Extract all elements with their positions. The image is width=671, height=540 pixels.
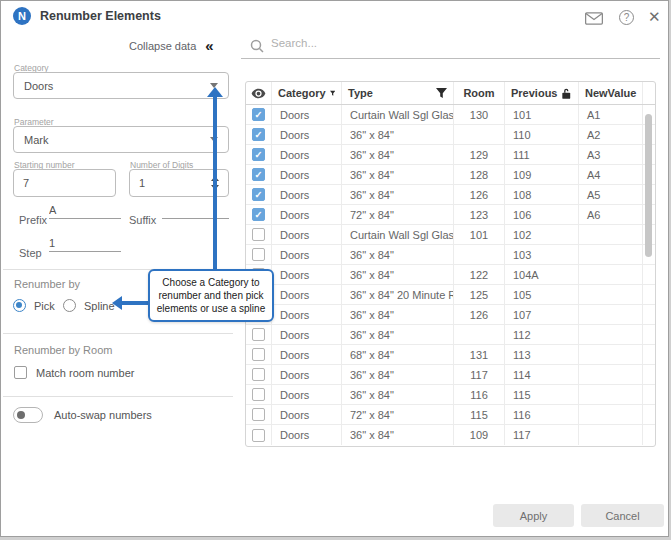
cell-type: 36" x 84" bbox=[342, 305, 454, 324]
collapse-chevron-left-icon: « bbox=[205, 40, 211, 52]
cell-room bbox=[454, 125, 505, 144]
previous-column-header[interactable]: Previous bbox=[505, 82, 579, 104]
search-input[interactable] bbox=[271, 37, 641, 49]
suffix-label: Suffix bbox=[129, 214, 156, 226]
match-room-number-checkbox[interactable]: Match room number bbox=[14, 366, 134, 379]
help-icon[interactable]: ? bbox=[619, 10, 634, 25]
cell-gutter bbox=[643, 405, 659, 424]
row-visibility-checkbox[interactable] bbox=[252, 328, 265, 341]
table-row[interactable]: Doors 36" x 84" 126 108 A5 bbox=[246, 185, 655, 205]
category-select[interactable]: Doors bbox=[13, 72, 229, 99]
category-column-header[interactable]: Category bbox=[272, 82, 342, 104]
parameter-select[interactable]: Mark bbox=[13, 126, 229, 153]
auto-swap-toggle[interactable] bbox=[13, 407, 43, 423]
table-row[interactable]: Doors 36" x 84" 126 107 bbox=[246, 305, 655, 325]
cell-room: 117 bbox=[454, 365, 505, 384]
table-row[interactable]: Doors 36" x 84" 110 A2 bbox=[246, 125, 655, 145]
cell-category: Doors bbox=[272, 125, 342, 144]
row-visibility-checkbox[interactable] bbox=[252, 228, 265, 241]
table-row[interactable]: Doors 36" x 84" 112 bbox=[246, 325, 655, 345]
row-visibility-checkbox[interactable] bbox=[252, 108, 265, 121]
radio-pick[interactable]: Pick bbox=[13, 299, 55, 312]
cell-type: 36" x 84" bbox=[342, 325, 454, 344]
renumber-by-label: Renumber by bbox=[14, 278, 80, 290]
vertical-scrollbar[interactable] bbox=[645, 114, 652, 257]
table-row[interactable]: Doors 72" x 84" 115 116 bbox=[246, 405, 655, 425]
table-row[interactable]: Doors 36" x 84" 128 109 A4 bbox=[246, 165, 655, 185]
visibility-column-header[interactable] bbox=[246, 82, 272, 104]
room-column-header[interactable]: Room bbox=[454, 82, 505, 104]
table-row[interactable]: Doors 36" x 84" 117 114 bbox=[246, 365, 655, 385]
cell-category: Doors bbox=[272, 405, 342, 424]
row-visibility-cell bbox=[246, 345, 272, 364]
row-visibility-checkbox[interactable] bbox=[252, 348, 265, 361]
cell-previous: 105 bbox=[505, 285, 579, 304]
table-row[interactable]: Doors Curtain Wall Sgl Glass 130 101 A1 bbox=[246, 105, 655, 125]
cell-newvalue: A3 bbox=[579, 145, 643, 164]
cell-type: 36" x 84" bbox=[342, 185, 454, 204]
row-visibility-checkbox[interactable] bbox=[252, 388, 265, 401]
cell-room bbox=[454, 245, 505, 264]
row-visibility-checkbox[interactable] bbox=[252, 168, 265, 181]
row-visibility-checkbox[interactable] bbox=[252, 148, 265, 161]
category-header-label: Category bbox=[278, 87, 326, 99]
table-row[interactable]: Doors 36" x 84" 20 Minute Rated 125 105 bbox=[246, 285, 655, 305]
cell-category: Doors bbox=[272, 105, 342, 124]
filter-icon[interactable] bbox=[436, 88, 447, 99]
table-row[interactable]: Doors 72" x 84" 123 106 A6 bbox=[246, 205, 655, 225]
table-row[interactable]: Doors 36" x 84" 129 111 A3 bbox=[246, 145, 655, 165]
type-column-header[interactable]: Type bbox=[342, 82, 454, 104]
callout-arrow-vertical bbox=[213, 96, 217, 270]
table-row[interactable]: Doors 36" x 84" 109 117 bbox=[246, 425, 655, 445]
row-visibility-checkbox[interactable] bbox=[252, 429, 265, 442]
row-visibility-checkbox[interactable] bbox=[252, 208, 265, 221]
cell-room: 116 bbox=[454, 385, 505, 404]
match-room-number-label: Match room number bbox=[36, 367, 134, 379]
table-row[interactable]: Doors 36" x 84" 103 bbox=[246, 245, 655, 265]
filter-icon[interactable] bbox=[330, 88, 335, 99]
collapse-data-label: Collapse data bbox=[129, 40, 196, 52]
toggle-knob-icon bbox=[17, 411, 25, 419]
starting-number-input[interactable]: 7 bbox=[13, 169, 116, 197]
row-visibility-checkbox[interactable] bbox=[252, 248, 265, 261]
cell-category: Doors bbox=[272, 385, 342, 404]
table-row[interactable]: Doors 68" x 84" 131 113 bbox=[246, 345, 655, 365]
apply-button[interactable]: Apply bbox=[493, 504, 574, 527]
cell-type: 36" x 84" bbox=[342, 125, 454, 144]
divider bbox=[3, 396, 233, 397]
table-header: Category Type Room Previous NewValue bbox=[246, 82, 655, 105]
cell-previous: 107 bbox=[505, 305, 579, 324]
cancel-button[interactable]: Cancel bbox=[581, 504, 664, 527]
renumber-elements-dialog: N Renumber Elements ? ✕ Collapse data « … bbox=[0, 0, 669, 537]
cell-previous: 113 bbox=[505, 345, 579, 364]
cell-type: Curtain Wall Sgl Glass bbox=[342, 105, 454, 124]
table-row[interactable]: Doors 36" x 84" 122 104A bbox=[246, 265, 655, 285]
row-visibility-checkbox[interactable] bbox=[252, 188, 265, 201]
cell-newvalue: A4 bbox=[579, 165, 643, 184]
table-row[interactable]: Doors Curtain Wall Sgl Glass 101 102 bbox=[246, 225, 655, 245]
close-icon[interactable]: ✕ bbox=[648, 8, 661, 26]
mail-icon[interactable] bbox=[585, 11, 603, 29]
radio-spline[interactable]: Spline bbox=[63, 299, 115, 312]
cell-previous: 103 bbox=[505, 245, 579, 264]
cell-room: 109 bbox=[454, 425, 505, 445]
suffix-input[interactable] bbox=[162, 202, 229, 219]
cell-newvalue: A5 bbox=[579, 185, 643, 204]
step-input[interactable] bbox=[49, 235, 121, 252]
cell-category: Doors bbox=[272, 145, 342, 164]
cell-room: 122 bbox=[454, 265, 505, 284]
collapse-data-button[interactable]: Collapse data « bbox=[129, 40, 212, 52]
prefix-input[interactable] bbox=[49, 202, 121, 219]
row-visibility-checkbox[interactable] bbox=[252, 368, 265, 381]
lock-icon bbox=[561, 87, 572, 100]
table-row[interactable]: Doors 36" x 84" 116 115 bbox=[246, 385, 655, 405]
row-visibility-checkbox[interactable] bbox=[252, 408, 265, 421]
starting-number-value: 7 bbox=[23, 177, 106, 189]
cell-room: 126 bbox=[454, 185, 505, 204]
newvalue-column-header[interactable]: NewValue bbox=[579, 82, 643, 104]
cell-newvalue bbox=[579, 265, 643, 284]
row-visibility-checkbox[interactable] bbox=[252, 128, 265, 141]
type-header-label: Type bbox=[348, 87, 373, 99]
dialog-title: Renumber Elements bbox=[40, 9, 161, 23]
cell-newvalue bbox=[579, 245, 643, 264]
